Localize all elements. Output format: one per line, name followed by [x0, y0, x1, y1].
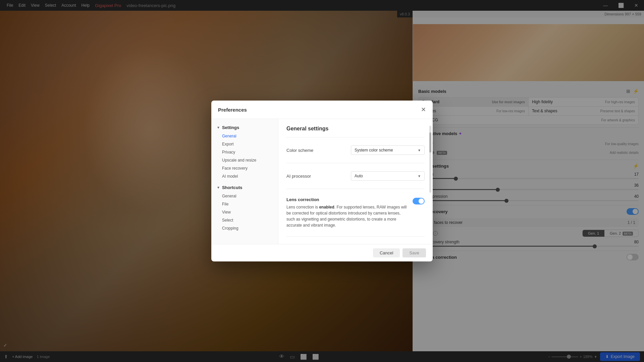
color-scheme-row: Color scheme System color scheme ▼ [286, 141, 425, 159]
shortcuts-section-header[interactable]: ▼ Shortcuts [211, 183, 278, 192]
color-scheme-select[interactable]: System color scheme ▼ [351, 145, 425, 155]
lens-correction-toggle[interactable] [413, 198, 425, 204]
pref-item-privacy[interactable]: Privacy [211, 148, 278, 156]
content-divider1 [286, 137, 425, 137]
modal-header: Preferences ✕ [211, 101, 433, 119]
preferences-content-title: General settings [286, 126, 425, 132]
settings-section-header[interactable]: ▼ Settings [211, 123, 278, 132]
lens-correction-row: Lens correction Lens correction is enabl… [286, 197, 425, 228]
modal-title: Preferences [218, 107, 247, 113]
shortcuts-chevron: ▼ [217, 186, 220, 189]
modal-body: ▼ Settings General Export Privacy Upscal… [211, 119, 433, 244]
content-divider4 [286, 236, 425, 237]
pref-item-general[interactable]: General [211, 132, 278, 140]
color-scheme-arrow: ▼ [418, 148, 421, 152]
modal-overlay: Preferences ✕ ▼ Settings General Export … [0, 0, 644, 362]
ai-processor-arrow: ▼ [418, 174, 421, 178]
modal-footer: Cancel Save [211, 244, 433, 261]
pref-item-shortcut-select[interactable]: Select [211, 216, 278, 224]
content-divider2 [286, 163, 425, 163]
lens-toggle-knob [419, 198, 424, 204]
content-divider3 [286, 189, 425, 189]
ai-processor-row: AI processor Auto ▼ [286, 167, 425, 185]
disk-space-section: Check disk space Disk space check is ena… [286, 241, 425, 244]
pref-item-shortcut-cropping[interactable]: Cropping [211, 224, 278, 232]
ai-processor-select[interactable]: Auto ▼ [351, 171, 425, 181]
lens-correction-title: Lens correction [286, 197, 409, 202]
preferences-modal: Preferences ✕ ▼ Settings General Export … [211, 101, 433, 261]
pref-item-export[interactable]: Export [211, 140, 278, 148]
preferences-sidebar: ▼ Settings General Export Privacy Upscal… [211, 119, 278, 244]
scrollbar-track[interactable] [429, 126, 431, 193]
scrollbar-thumb[interactable] [429, 132, 431, 153]
settings-chevron: ▼ [217, 126, 220, 129]
lens-correction-section: Lens correction Lens correction is enabl… [286, 193, 425, 232]
save-button[interactable]: Save [402, 248, 426, 257]
preferences-content: General settings Color scheme System col… [278, 119, 433, 244]
modal-close-button[interactable]: ✕ [421, 106, 426, 113]
pref-item-shortcut-view[interactable]: View [211, 208, 278, 216]
pref-item-face-recovery[interactable]: Face recovery [211, 164, 278, 172]
color-scheme-label: Color scheme [286, 148, 313, 153]
pref-item-ai-model[interactable]: AI model [211, 172, 278, 180]
cancel-button[interactable]: Cancel [373, 248, 400, 257]
lens-correction-desc: Lens correction is enabled. For supporte… [286, 204, 409, 228]
pref-item-shortcut-file[interactable]: File [211, 200, 278, 208]
ai-processor-label: AI processor [286, 174, 311, 179]
pref-item-shortcut-general[interactable]: General [211, 192, 278, 200]
pref-item-upscale[interactable]: Upscale and resize [211, 156, 278, 164]
